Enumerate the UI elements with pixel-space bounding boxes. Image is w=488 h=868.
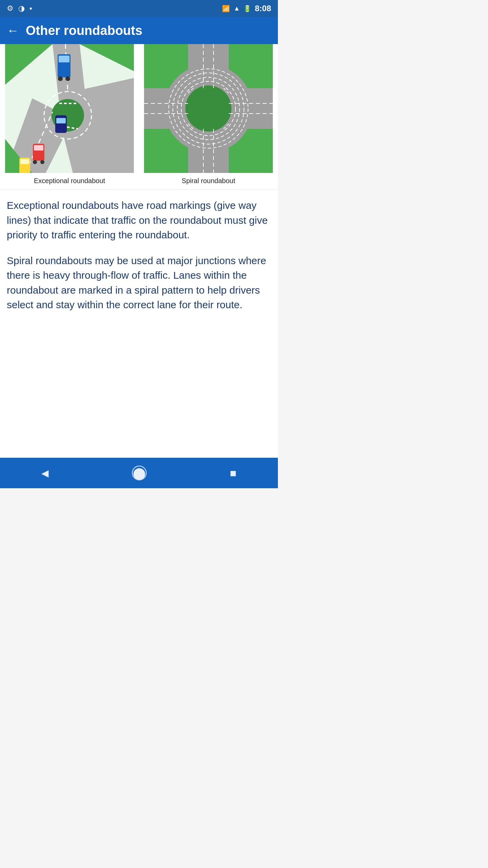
- back-button[interactable]: ←: [7, 23, 19, 38]
- spiral-roundabout-label: Spiral roundabout: [139, 174, 278, 186]
- paragraph-exceptional: Exceptional roundabouts have road markin…: [7, 198, 271, 242]
- app-bar: ← Other roundabouts: [0, 17, 278, 44]
- svg-point-16: [58, 76, 63, 81]
- wifi-icon: 📶: [222, 5, 230, 13]
- svg-point-17: [65, 76, 70, 81]
- exceptional-roundabout-container: Exceptional roundabout: [0, 44, 139, 190]
- svg-rect-15: [59, 56, 69, 62]
- spiral-roundabout-image: [139, 44, 278, 173]
- page-title: Other roundabouts: [26, 23, 142, 38]
- nav-back-button[interactable]: ◀: [41, 468, 49, 479]
- svg-point-38: [185, 85, 231, 132]
- content-area: Exceptional roundabout: [0, 44, 278, 458]
- images-row: Exceptional roundabout: [0, 44, 278, 190]
- svg-rect-21: [34, 145, 43, 151]
- gear-icon: ⚙: [7, 4, 14, 13]
- sd-icon: ▪: [29, 4, 32, 13]
- svg-rect-19: [56, 118, 66, 123]
- exceptional-roundabout-image: [0, 44, 139, 173]
- spiral-roundabout-container: Spiral roundabout: [139, 44, 278, 190]
- exceptional-roundabout-label: Exceptional roundabout: [0, 174, 139, 186]
- text-content: Exceptional roundabouts have road markin…: [0, 190, 278, 333]
- nav-bar: ◀ ⬤ ◼: [0, 458, 278, 488]
- signal-icon: ▲: [233, 5, 240, 12]
- paragraph-spiral: Spiral roundabouts may be used at major …: [7, 253, 271, 312]
- svg-rect-25: [20, 159, 29, 164]
- battery-icon: 🔋: [243, 5, 251, 13]
- svg-rect-18: [55, 115, 67, 133]
- status-bar: ⚙ ◑ ▪ 📶 ▲ 🔋 8:08: [0, 0, 278, 17]
- nav-recent-button[interactable]: ◼: [230, 468, 237, 478]
- status-icons-left: ⚙ ◑ ▪: [7, 4, 32, 13]
- display-icon: ◑: [18, 4, 25, 13]
- nav-home-button[interactable]: ⬤: [132, 466, 147, 480]
- svg-point-22: [33, 160, 37, 164]
- time-display: 8:08: [255, 4, 271, 13]
- svg-point-23: [40, 160, 44, 164]
- status-icons-right: 📶 ▲ 🔋 8:08: [222, 4, 271, 13]
